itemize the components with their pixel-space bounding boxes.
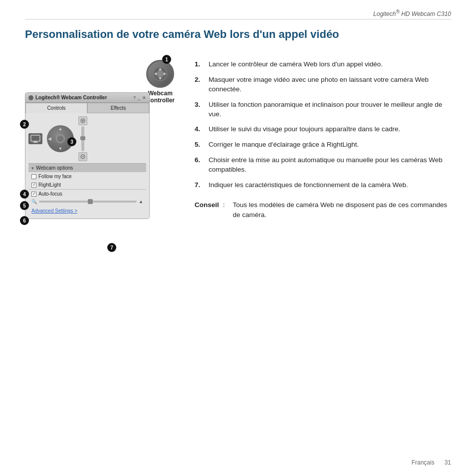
step-5-num: 5.: [195, 140, 205, 150]
conseil-text: Tous les modèles de caméra Web ne dispos…: [233, 200, 451, 221]
step-3-num: 3.: [195, 100, 205, 119]
svg-rect-8: [33, 142, 38, 143]
close-btn[interactable]: ✕: [142, 95, 146, 100]
step-7-num: 7.: [195, 181, 205, 190]
product-name: HD Webcam C310: [401, 10, 451, 17]
header-divider: [25, 19, 451, 19]
main-content: 1: [25, 60, 451, 446]
step-1-text: Lancer le contrôleur de caméra Web lors …: [209, 60, 383, 69]
tab-effects[interactable]: Effects: [87, 103, 149, 113]
step-4-num: 4.: [195, 125, 205, 134]
zoom-in-btn[interactable]: [78, 116, 87, 125]
wc-tabs: Controls Effects: [25, 103, 149, 113]
webcam-icon-svg: [151, 65, 169, 83]
follow-my-face-checkbox[interactable]: [31, 174, 36, 179]
step-2-text: Masquer votre image vidéo avec une photo…: [209, 75, 451, 94]
focus-slider-thumb[interactable]: [88, 199, 93, 204]
footer-language: Français: [412, 459, 435, 466]
step-3: 3. Utiliser la fonction panoramique et i…: [195, 100, 451, 119]
zoom-out-btn[interactable]: [78, 152, 87, 161]
step-2: 2. Masquer votre image vidéo avec une ph…: [195, 75, 451, 94]
focus-slider-track: [39, 201, 137, 203]
wc-controls-row: ▲ ▼ ◀ ▶: [28, 116, 146, 161]
advanced-settings-link[interactable]: Advanced Settings >: [28, 206, 146, 216]
step-7-text: Indiquer les caractéristiques de fonctio…: [209, 181, 408, 190]
brand-superscript: ®: [396, 9, 399, 14]
step-5: 5. Corriger le manque d'éclairage grâce …: [195, 140, 451, 150]
autofocus-row: ✓ Auto-focus: [28, 190, 146, 198]
step-6-text: Choisir entre la mise au point automatiq…: [209, 156, 451, 175]
monitor-svg: [30, 135, 40, 143]
focus-slider-row: 🔍 ▲: [28, 198, 146, 206]
dpad-left-arrow: ◀: [48, 136, 51, 141]
wc-monitor-icon: [28, 133, 42, 144]
footer-page-num: 31: [445, 459, 451, 466]
dpad-center[interactable]: [56, 134, 65, 143]
callout-1: 1: [162, 55, 171, 64]
page-title: Personnalisation de votre caméra Web lor…: [25, 27, 451, 42]
step-4-text: Utiliser le suivi du visage pour toujour…: [209, 125, 400, 134]
wc-options-header: ▾ Webcam options: [28, 163, 146, 172]
dpad-up-arrow: ▲: [58, 126, 63, 131]
wc-titlebar-text: Logitech® Webcam Controller: [35, 95, 131, 100]
wc-body: ▲ ▼ ◀ ▶: [25, 113, 149, 219]
minimize-btn[interactable]: _: [138, 95, 140, 100]
callout-3: 3: [67, 137, 76, 146]
step-6-num: 6.: [195, 156, 205, 175]
step-7: 7. Indiquer les caractéristiques de fonc…: [195, 181, 451, 190]
step-2-num: 2.: [195, 75, 205, 94]
wc-zoom-slider: [78, 116, 87, 161]
svg-rect-7: [34, 141, 37, 142]
step-3-text: Utiliser la fonction panoramique et incl…: [209, 100, 451, 119]
rightlight-label: RightLight: [38, 182, 61, 188]
callout-4: 4: [20, 190, 29, 199]
help-btn[interactable]: ?: [133, 95, 136, 100]
zoom-thumb[interactable]: [80, 136, 85, 140]
autofocus-checkbox[interactable]: ✓: [31, 192, 36, 197]
header: Logitech® HD Webcam C310: [373, 9, 451, 17]
tab-controls[interactable]: Controls: [25, 103, 87, 113]
brand-name: Logitech: [373, 10, 396, 17]
dpad-down-arrow: ▼: [58, 146, 63, 151]
footer: Français 31: [412, 459, 451, 466]
webcam-screenshot: Logitech® Webcam Controller ? _ ✕ Contro…: [25, 92, 150, 219]
wc-titlebar: Logitech® Webcam Controller ? _ ✕: [25, 93, 149, 103]
conseil-label: Conseil: [195, 200, 219, 221]
autofocus-label: Auto-focus: [38, 191, 62, 197]
rightlight-checkbox[interactable]: ✓: [31, 183, 36, 188]
callout-7: 7: [107, 243, 116, 252]
conseil-block: Conseil: Tous les modèles de caméra Web …: [195, 200, 451, 221]
screenshot-wrapper: 2 3 4 5 6 7 Logitech® Webcam Controller: [25, 92, 180, 219]
svg-rect-6: [31, 135, 40, 141]
wc-titlebar-controls: ? _ ✕: [133, 95, 146, 100]
webcam-icon-circle: [146, 60, 174, 88]
zoom-track: [81, 126, 84, 151]
zoom-in-icon: [80, 118, 85, 123]
step-1-num: 1.: [195, 60, 205, 69]
callout-2: 2: [20, 120, 29, 129]
wc-titlebar-icon: [28, 95, 33, 100]
options-header-text: Webcam options: [36, 165, 73, 171]
step-1: 1. Lancer le contrôleur de caméra Web lo…: [195, 60, 451, 69]
step-6: 6. Choisir entre la mise au point automa…: [195, 156, 451, 175]
follow-my-face-row: Follow my face: [28, 172, 146, 181]
zoom-out-icon: [80, 154, 85, 159]
step-4: 4. Utiliser le suivi du visage pour touj…: [195, 125, 451, 134]
step-5-text: Corriger le manque d'éclairage grâce à R…: [209, 140, 359, 150]
rightlight-row: ✓ RightLight: [28, 181, 146, 190]
left-panel: 1: [25, 60, 180, 446]
callout-5: 5: [20, 201, 29, 210]
page-container: Logitech® HD Webcam C310 Personnalisatio…: [0, 0, 476, 476]
svg-point-1: [157, 70, 164, 77]
right-panel: 1. Lancer le contrôleur de caméra Web lo…: [190, 60, 451, 446]
callout-6: 6: [20, 216, 29, 225]
conseil-colon: :: [223, 200, 225, 221]
follow-my-face-label: Follow my face: [38, 174, 72, 179]
instructions-list: 1. Lancer le contrôleur de caméra Web lo…: [195, 60, 451, 190]
